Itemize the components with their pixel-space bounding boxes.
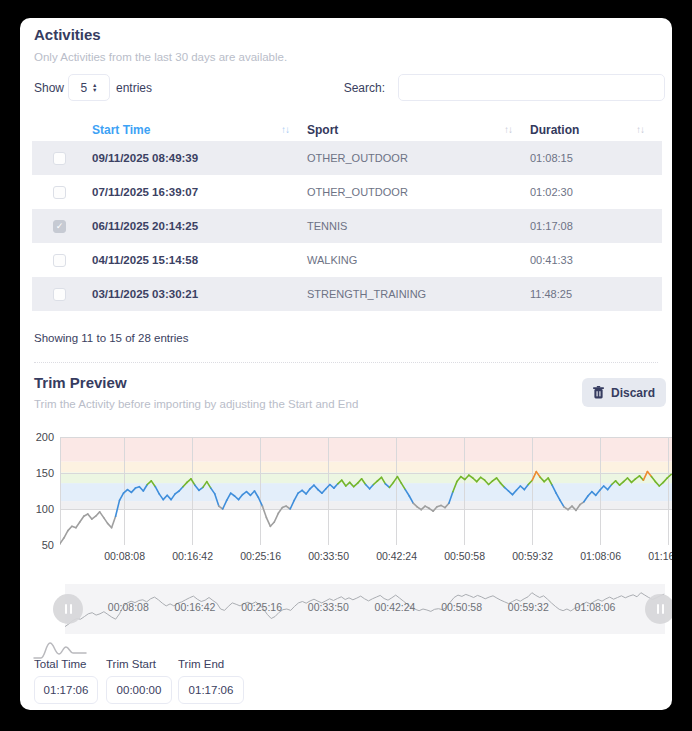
trim-preview-subtitle: Trim the Activity before importing by ad… xyxy=(34,398,358,410)
table-row[interactable]: 04/11/2025 15:14:58 WALKING 00:41:33 xyxy=(32,243,662,277)
show-label: Show xyxy=(34,81,64,95)
import-panel: Activities Only Activities from the last… xyxy=(20,18,672,710)
total-time-label: Total Time xyxy=(34,658,86,670)
y-tick-label: 150 xyxy=(36,467,54,479)
x-tick-label: 00:42:24 xyxy=(376,550,417,562)
row-checkbox[interactable]: ✓ xyxy=(53,220,66,233)
table-footer-info: Showing 11 to 15 of 28 entries xyxy=(34,332,189,344)
sort-icon[interactable]: ↑↓ xyxy=(504,124,512,135)
cell-duration: 01:08:15 xyxy=(530,152,662,164)
x-tick-label: 00:25:16 xyxy=(240,550,281,562)
discard-button[interactable]: Discard xyxy=(582,378,666,407)
cell-sport: WALKING xyxy=(307,254,530,266)
activities-title: Activities xyxy=(34,26,101,43)
table-row[interactable]: 03/11/2025 03:30:21 STRENGTH_TRAINING 11… xyxy=(32,277,662,311)
trim-end-handle[interactable] xyxy=(645,594,672,624)
x-tick-label: 00:33:50 xyxy=(308,550,349,562)
header-checkbox-spacer xyxy=(32,118,92,141)
search-input[interactable] xyxy=(398,74,665,101)
heart-rate-chart[interactable] xyxy=(60,437,672,545)
cell-sport: OTHER_OUTDOOR xyxy=(307,152,530,164)
cell-start-time: 06/11/2025 20:14:25 xyxy=(92,220,307,232)
navigator-tick-label: 00:50:58 xyxy=(441,601,482,613)
x-tick-label: 00:50:58 xyxy=(444,550,485,562)
column-header-duration[interactable]: Duration ↑↓ xyxy=(530,118,662,141)
x-tick-label: 00:16:42 xyxy=(172,550,213,562)
navigator-tick-label: 00:42:24 xyxy=(375,601,416,613)
trim-start-label: Trim Start xyxy=(106,658,156,670)
table-header: Start Time ↑↓ Sport ↑↓ Duration ↑↓ xyxy=(32,118,662,141)
trim-preview-title: Trim Preview xyxy=(34,374,127,391)
navigator-tick-label: 00:33:50 xyxy=(308,601,349,613)
row-checkbox[interactable] xyxy=(53,152,66,165)
entries-label: entries xyxy=(116,81,152,95)
trim-start-handle[interactable] xyxy=(53,594,83,624)
cell-duration: 11:48:25 xyxy=(530,288,662,300)
row-checkbox[interactable] xyxy=(53,254,66,267)
cell-duration: 00:41:33 xyxy=(530,254,662,266)
table-row[interactable]: ✓ 06/11/2025 20:14:25 TENNIS 01:17:08 xyxy=(32,209,662,243)
y-tick-label: 200 xyxy=(36,431,54,443)
trim-end-label: Trim End xyxy=(178,658,224,670)
cell-start-time: 07/11/2025 16:39:07 xyxy=(92,186,307,198)
navigator-tick-label: 00:08:08 xyxy=(108,601,149,613)
cell-start-time: 03/11/2025 03:30:21 xyxy=(92,288,307,300)
cell-sport: STRENGTH_TRAINING xyxy=(307,288,530,300)
sort-icon[interactable]: ↑↓ xyxy=(636,124,644,135)
navigator-tick-label: 00:16:42 xyxy=(175,601,216,613)
table-row[interactable]: 07/11/2025 16:39:07 OTHER_OUTDOOR 01:02:… xyxy=(32,175,662,209)
cell-sport: TENNIS xyxy=(307,220,530,232)
x-tick-label: 00:08:08 xyxy=(104,550,145,562)
search-label: Search: xyxy=(344,81,385,95)
sort-icon[interactable]: ↑↓ xyxy=(281,124,289,135)
chart-navigator[interactable]: 00:08:0800:16:4200:25:1600:33:5000:42:24… xyxy=(65,584,665,634)
page-size-select[interactable]: 5 ▲▼ xyxy=(68,74,110,101)
table-row[interactable]: 09/11/2025 08:49:39 OTHER_OUTDOOR 01:08:… xyxy=(32,141,662,175)
navigator-tick-label: 00:59:32 xyxy=(508,601,549,613)
cell-start-time: 04/11/2025 15:14:58 xyxy=(92,254,307,266)
trim-start-input[interactable] xyxy=(106,676,172,704)
y-tick-label: 50 xyxy=(42,539,54,551)
table-controls: Show 5 ▲▼ entries Search: xyxy=(20,74,672,102)
section-divider xyxy=(34,362,658,363)
cell-sport: OTHER_OUTDOOR xyxy=(307,186,530,198)
navigator-tick-label: 01:08:06 xyxy=(575,601,616,613)
chart-x-axis: 00:08:0800:16:4200:25:1600:33:5000:42:24… xyxy=(60,550,672,564)
trim-end-input[interactable] xyxy=(178,676,244,704)
activities-subtitle: Only Activities from the last 30 days ar… xyxy=(34,51,287,63)
total-time-input[interactable] xyxy=(34,676,98,704)
navigator-tick-label: 00:25:16 xyxy=(241,601,282,613)
row-checkbox[interactable] xyxy=(53,288,66,301)
y-tick-label: 100 xyxy=(36,503,54,515)
x-tick-label: 01:08:06 xyxy=(580,550,621,562)
page-size-value: 5 xyxy=(80,81,87,95)
column-header-start-time[interactable]: Start Time ↑↓ xyxy=(92,118,307,141)
cell-start-time: 09/11/2025 08:49:39 xyxy=(92,152,307,164)
trash-icon xyxy=(593,386,604,399)
select-arrows-icon: ▲▼ xyxy=(92,83,97,93)
activities-table-body: 09/11/2025 08:49:39 OTHER_OUTDOOR 01:08:… xyxy=(32,141,662,311)
x-tick-label: 00:59:32 xyxy=(512,550,553,562)
x-tick-label: 01:16:40 xyxy=(648,550,672,562)
chart-y-axis: 50100150200 xyxy=(20,437,54,545)
row-checkbox[interactable] xyxy=(53,186,66,199)
column-header-sport[interactable]: Sport ↑↓ xyxy=(307,118,530,141)
cell-duration: 01:17:08 xyxy=(530,220,662,232)
cell-duration: 01:02:30 xyxy=(530,186,662,198)
